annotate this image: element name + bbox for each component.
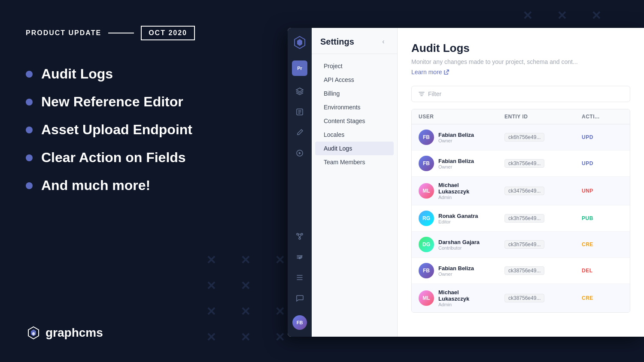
entity-cell: ck38756e49... (498, 261, 575, 280)
bullet-dot (26, 182, 33, 189)
header-line (108, 33, 134, 33)
nav-item-locales[interactable]: Locales (315, 128, 394, 142)
sidebar-icons: Pr (288, 28, 312, 337)
entity-id: ck34756e49... (504, 187, 544, 195)
nav-item-team-members[interactable]: Team Members (315, 155, 394, 169)
product-update-label: PRODUCT UPDATE (26, 29, 101, 37)
entity-id: ck3h756e49... (504, 214, 544, 223)
nav-item-project[interactable]: Project (315, 59, 394, 73)
table-row: RG Ronak Ganatra Editor ck3h756e49... PU… (412, 205, 630, 232)
user-cell: ML Michael Lukaszczyk Admin (412, 284, 498, 312)
entity-id: ck3h756e49... (504, 159, 544, 168)
action-cell: CRE (575, 236, 630, 253)
product-update-date: OCT 2020 (141, 26, 195, 40)
sidebar-logo-icon[interactable] (292, 35, 307, 50)
nav-item-audit-logs[interactable]: Audit Logs (315, 142, 394, 155)
col-header-user: User (412, 109, 498, 124)
settings-panel: Settings ‹ Project API Access Billing En… (312, 28, 398, 337)
bg-decoration: ✕ (557, 9, 567, 23)
bullet-dot (26, 99, 33, 106)
learn-more-link[interactable]: Learn more (411, 69, 630, 75)
avatar: FB (419, 156, 434, 171)
entity-cell: ck3h756e49... (498, 209, 575, 228)
bullet-dot (26, 71, 33, 78)
entity-cell: ck38756e49... (498, 289, 575, 308)
entity-cell: ck34756e49... (498, 181, 575, 200)
filter-label: Filter (428, 90, 441, 97)
user-role: Editor (438, 219, 478, 224)
user-info: Fabian Beliza Owner (438, 158, 474, 169)
external-link-icon (444, 69, 449, 75)
table-row: ML Michael Lukaszczyk Admin ck34756e49..… (412, 177, 630, 205)
user-name: Fabian Beliza (438, 265, 474, 272)
action-cell: PUB (575, 210, 630, 226)
user-avatar-sidebar[interactable]: FB (292, 315, 307, 330)
user-role: Owner (438, 164, 474, 169)
sidebar-icon-settings[interactable] (291, 248, 308, 265)
page-description: Monitor any changes made to your project… (411, 58, 630, 65)
user-role: Contributor (438, 245, 480, 250)
left-panel: PRODUCT UPDATE OCT 2020 Audit Logs New R… (0, 0, 283, 362)
table-row: DG Darshan Gajara Contributor ck3h756e49… (412, 232, 630, 258)
table-row: FB Fabian Beliza Owner ck6h756e49... UPD (412, 124, 630, 151)
avatar-initials: ML (422, 295, 430, 301)
logo-area: graphcms (26, 325, 258, 341)
project-badge[interactable]: Pr (292, 60, 307, 76)
sidebar-icon-layers[interactable] (291, 83, 308, 100)
bullet-dot (26, 154, 33, 161)
nav-item-api-access[interactable]: API Access (315, 73, 394, 87)
filter-icon (419, 91, 425, 97)
logo-text: graphcms (46, 326, 103, 340)
user-cell: DG Darshan Gajara Contributor (412, 232, 498, 257)
nav-item-content-stages[interactable]: Content Stages (315, 114, 394, 128)
avatar: DG (419, 237, 434, 252)
entity-id: ck38756e49... (504, 266, 544, 275)
action-cell: UPD (575, 155, 630, 172)
user-cell: RG Ronak Ganatra Editor (412, 205, 498, 231)
feature-text: And much more! (41, 178, 150, 193)
col-header-entity-id: Entiy ID (498, 109, 575, 124)
sidebar-icon-play[interactable] (291, 145, 308, 162)
list-item: And much more! (26, 178, 258, 193)
user-cell: ML Michael Lukaszczyk Admin (412, 177, 498, 205)
table-header: User Entiy ID Acti... (412, 109, 630, 124)
sidebar-icon-chat[interactable] (291, 290, 308, 307)
feature-list: Audit Logs New Reference Editor Asset Up… (26, 66, 258, 193)
user-name: Ronak Ganatra (438, 213, 478, 219)
main-inner: Audit Logs Monitor any changes made to y… (398, 28, 644, 337)
page-title: Audit Logs (411, 42, 630, 55)
list-item: Audit Logs (26, 66, 258, 82)
nav-item-environments[interactable]: Environments (315, 100, 394, 114)
nav-item-billing[interactable]: Billing (315, 87, 394, 100)
avatar-initials: FB (423, 134, 430, 140)
list-item: New Reference Editor (26, 94, 258, 110)
avatar-initials: RG (422, 215, 430, 221)
bullet-dot (26, 127, 33, 133)
logo-text-bold: cms (79, 326, 103, 339)
entity-cell: ck6h756e49... (498, 128, 575, 147)
user-role: Owner (438, 272, 474, 277)
sidebar-icon-edit1[interactable] (291, 103, 308, 121)
avatar-initials: FB (423, 160, 430, 166)
avatar-initials: DG (422, 241, 430, 247)
sidebar-icon-list[interactable] (291, 269, 308, 286)
settings-title: Settings (320, 37, 354, 47)
user-name: Fabian Beliza (438, 132, 474, 138)
svg-point-2 (297, 233, 298, 235)
user-role: Admin (438, 302, 491, 307)
action-cell: UNP (575, 183, 630, 199)
bg-decoration: ✕ (591, 9, 601, 23)
settings-back-button[interactable]: ‹ (378, 36, 389, 47)
feature-text: New Reference Editor (41, 94, 183, 110)
table-row: FB Fabian Beliza Owner ck3h756e49... UPD (412, 151, 630, 177)
user-name: Darshan Gajara (438, 239, 480, 245)
user-info: Fabian Beliza Owner (438, 132, 474, 143)
entity-id: ck6h756e49... (504, 133, 544, 142)
list-item: Asset Upload Endpoint (26, 122, 258, 138)
sidebar-icon-api[interactable] (291, 228, 308, 245)
sidebar-icon-edit2[interactable] (291, 124, 308, 141)
avatar-initials: FB (297, 320, 303, 325)
filter-bar[interactable]: Filter (411, 86, 630, 102)
settings-header: Settings ‹ (312, 28, 397, 54)
user-role: Admin (438, 195, 491, 200)
